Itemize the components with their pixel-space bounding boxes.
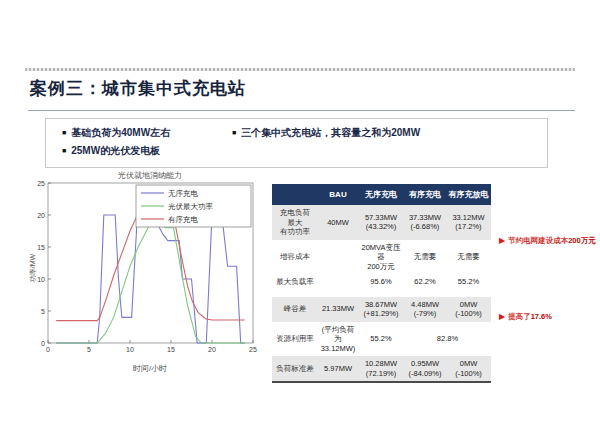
table-cell: 4.48MW (-79%)	[404, 297, 446, 322]
table-cell: 57.33MW (43.32%)	[358, 205, 404, 240]
svg-text:25: 25	[249, 346, 257, 353]
table-row: 资源利用率(平均负荷为 33.12MW)55.2%82.8%	[272, 322, 491, 357]
table-cell: (平均负荷为 33.12MW)	[318, 322, 358, 357]
svg-text:20: 20	[37, 212, 45, 219]
svg-text:10: 10	[126, 346, 134, 353]
triangle-marker-icon: ▶	[499, 236, 505, 245]
table-cell: 95.6%	[358, 274, 404, 290]
bullet-item: ■ 25MW的光伏发电板	[62, 145, 232, 157]
pv-consumption-chart: 光伏就地消纳能力 功率/MW 时间/小时 0510152025051015202…	[28, 168, 266, 380]
table-cell: 40MW	[318, 205, 358, 240]
table-row: 充电负荷 最大 有功功率40MW57.33MW (43.32%)37.33MW …	[272, 205, 491, 240]
table-cell: 无需要	[446, 240, 491, 275]
bullet-item: ■ 基础负荷为40MW左右	[62, 127, 232, 139]
column-header: BAU	[318, 184, 358, 205]
table-cell: 10.28MW (72.19%)	[358, 356, 404, 382]
line-chart: 光伏就地消纳能力 功率/MW 时间/小时 0510152025051015202…	[28, 168, 266, 380]
chart-legend: 无序充电光伏最大功率有序充电	[136, 185, 251, 227]
table-cell: 5.97MW	[318, 356, 358, 382]
row-label: 最大负载率	[272, 274, 318, 290]
column-header: 无序充电	[358, 184, 404, 205]
column-header	[272, 184, 318, 205]
bullet-text: 基础负荷为40MW左右	[71, 127, 170, 139]
bullet-column-left: ■ 基础负荷为40MW左右 ■ 25MW的光伏发电板	[62, 127, 232, 163]
slide: 案例三：城市集中式充电站 ■ 基础负荷为40MW左右 ■ 25MW的光伏发电板 …	[0, 0, 600, 423]
annotation-text: 节约电网建设成本	[508, 236, 568, 245]
table-spacer-row	[272, 290, 491, 297]
annotation-text: 提高了	[508, 312, 531, 321]
row-label: 资源利用率	[272, 322, 318, 357]
table-cell: 21.33MW	[318, 297, 358, 322]
svg-text:15: 15	[37, 244, 45, 251]
table-cell: 0.95MW (-84.09%)	[404, 356, 446, 382]
bullet-column-right: ■ 三个集中式充电站，其容量之和为20MW	[232, 127, 532, 145]
row-label: 负荷标准差	[272, 356, 318, 382]
svg-text:0: 0	[46, 346, 50, 353]
row-label: 峰谷差	[272, 297, 318, 322]
annotation-grid-cost: ▶节约电网建设成本200万元	[499, 236, 596, 246]
table-cell: 82.8%	[404, 322, 491, 357]
table-cell: 33.12MW (17.2%)	[446, 205, 491, 240]
row-label: 增容成本	[272, 240, 318, 275]
table-cell: 0MW (-100%)	[446, 297, 491, 322]
bullet-text: 三个集中式充电站，其容量之和为20MW	[241, 127, 420, 139]
svg-text:0: 0	[41, 340, 45, 347]
annotation-value: 17.6%	[531, 312, 552, 321]
table-header-row: BAU无序充电有序充电有序充放电	[272, 184, 491, 205]
table-cell: 62.2%	[404, 274, 446, 290]
table-cell: 55.2%	[446, 274, 491, 290]
table-cell: 0MW (-100%)	[446, 356, 491, 382]
table-row: 峰谷差21.33MW38.67MW (+81.29%)4.48MW (-79%)…	[272, 297, 491, 322]
table-cell: 20MVA变压器 200万元	[358, 240, 404, 275]
table-body: 充电负荷 最大 有功功率40MW57.33MW (43.32%)37.33MW …	[272, 205, 491, 382]
title-divider	[28, 110, 575, 111]
svg-text:5: 5	[87, 346, 91, 353]
column-header: 有序充电	[404, 184, 446, 205]
legend-label: 无序充电	[168, 189, 199, 198]
bullet-square-icon: ■	[62, 127, 66, 139]
table-cell: 55.2%	[358, 322, 404, 357]
results-table: BAU无序充电有序充电有序充放电 充电负荷 最大 有功功率40MW57.33MW…	[272, 184, 491, 383]
table-row: 负荷标准差5.97MW10.28MW (72.19%)0.95MW (-84.0…	[272, 356, 491, 382]
svg-text:10: 10	[37, 276, 45, 283]
table-cell: 无需要	[404, 240, 446, 275]
chart-y-axis-label: 功率/MW	[29, 253, 36, 282]
table-cell: 38.67MW (+81.29%)	[358, 297, 404, 322]
triangle-marker-icon: ▶	[499, 312, 505, 321]
bullet-text: 25MW的光伏发电板	[71, 145, 160, 157]
svg-text:20: 20	[208, 346, 216, 353]
legend-label: 有序充电	[168, 215, 199, 224]
chart-x-axis-label: 时间/小时	[133, 364, 167, 373]
svg-text:5: 5	[41, 308, 45, 315]
svg-text:15: 15	[167, 346, 175, 353]
summary-box: ■ 基础负荷为40MW左右 ■ 25MW的光伏发电板 ■ 三个集中式充电站，其容…	[45, 118, 548, 168]
table-cell: 37.33MW (-6.68%)	[404, 205, 446, 240]
annotation-value: 200万元	[568, 236, 596, 245]
chart-title: 光伏就地消纳能力	[118, 171, 182, 180]
annotation-utilization: ▶提高了17.6%	[499, 312, 552, 322]
table-cell	[318, 274, 358, 290]
top-divider	[25, 68, 575, 71]
svg-text:25: 25	[37, 180, 45, 187]
column-header: 有序充放电	[446, 184, 491, 205]
legend-label: 光伏最大功率	[168, 202, 214, 211]
bullet-item: ■ 三个集中式充电站，其容量之和为20MW	[232, 127, 532, 139]
bullet-square-icon: ■	[62, 145, 66, 157]
row-label: 充电负荷 最大 有功功率	[272, 205, 318, 240]
table-row: 最大负载率95.6%62.2%55.2%	[272, 274, 491, 290]
table-cell	[318, 240, 358, 275]
bullet-square-icon: ■	[232, 127, 236, 139]
table-row: 增容成本20MVA变压器 200万元无需要无需要	[272, 240, 491, 275]
page-title: 案例三：城市集中式充电站	[30, 77, 246, 100]
